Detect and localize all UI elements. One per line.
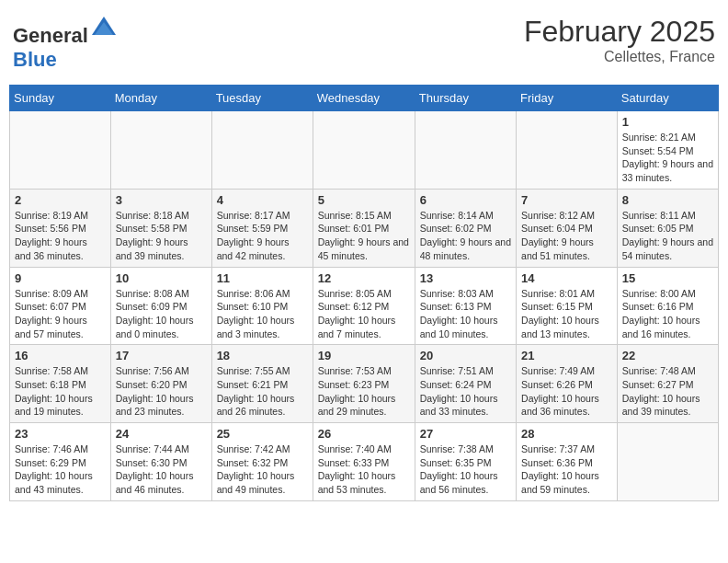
week-row-1: 2Sunrise: 8:19 AM Sunset: 5:56 PM Daylig… (10, 189, 719, 267)
day-number: 23 (15, 427, 106, 441)
calendar-cell: 7Sunrise: 8:12 AM Sunset: 6:04 PM Daylig… (517, 189, 618, 267)
day-info: Sunrise: 8:05 AM Sunset: 6:12 PM Dayligh… (318, 287, 410, 341)
logo-blue: Blue (13, 48, 57, 71)
day-header-tuesday: Tuesday (211, 86, 313, 111)
day-number: 13 (420, 271, 511, 285)
day-number: 24 (116, 427, 207, 441)
day-info: Sunrise: 8:11 AM Sunset: 6:05 PM Dayligh… (622, 209, 713, 263)
day-info: Sunrise: 8:09 AM Sunset: 6:07 PM Dayligh… (15, 287, 106, 341)
day-number: 1 (622, 115, 713, 129)
page-header: General Blue February 2025 Cellettes, Fr… (9, 9, 719, 77)
calendar-cell: 4Sunrise: 8:17 AM Sunset: 5:59 PM Daylig… (211, 189, 313, 267)
day-info: Sunrise: 7:53 AM Sunset: 6:23 PM Dayligh… (318, 364, 410, 419)
day-info: Sunrise: 7:40 AM Sunset: 6:33 PM Dayligh… (318, 442, 410, 497)
day-info: Sunrise: 8:06 AM Sunset: 6:10 PM Dayligh… (217, 287, 308, 341)
day-number: 10 (116, 271, 207, 285)
day-number: 3 (116, 193, 207, 207)
calendar-cell: 25Sunrise: 7:42 AM Sunset: 6:32 PM Dayli… (211, 423, 313, 501)
day-info: Sunrise: 7:38 AM Sunset: 6:35 PM Dayligh… (420, 442, 511, 497)
day-number: 4 (217, 193, 308, 207)
calendar-header-row: SundayMondayTuesdayWednesdayThursdayFrid… (10, 86, 719, 111)
day-number: 15 (622, 271, 713, 285)
calendar-cell: 18Sunrise: 7:55 AM Sunset: 6:21 PM Dayli… (211, 345, 313, 423)
day-info: Sunrise: 7:46 AM Sunset: 6:29 PM Dayligh… (15, 442, 106, 497)
day-header-wednesday: Wednesday (313, 86, 415, 111)
calendar-cell: 14Sunrise: 8:01 AM Sunset: 6:15 PM Dayli… (517, 267, 618, 345)
calendar-cell: 2Sunrise: 8:19 AM Sunset: 5:56 PM Daylig… (10, 189, 111, 267)
day-info: Sunrise: 8:12 AM Sunset: 6:04 PM Dayligh… (521, 209, 612, 263)
location: Cellettes, France (524, 49, 715, 65)
day-info: Sunrise: 7:44 AM Sunset: 6:30 PM Dayligh… (116, 442, 207, 497)
calendar-cell: 21Sunrise: 7:49 AM Sunset: 6:26 PM Dayli… (517, 345, 618, 423)
calendar-cell: 16Sunrise: 7:58 AM Sunset: 6:18 PM Dayli… (10, 345, 111, 423)
day-info: Sunrise: 8:15 AM Sunset: 6:01 PM Dayligh… (318, 209, 410, 263)
calendar-cell: 8Sunrise: 8:11 AM Sunset: 6:05 PM Daylig… (617, 189, 718, 267)
calendar-cell (211, 111, 313, 190)
day-number: 7 (521, 193, 612, 207)
day-number: 18 (217, 349, 308, 362)
day-info: Sunrise: 8:14 AM Sunset: 6:02 PM Dayligh… (420, 209, 511, 263)
calendar-cell (10, 111, 111, 190)
week-row-2: 9Sunrise: 8:09 AM Sunset: 6:07 PM Daylig… (10, 267, 719, 345)
calendar-cell: 15Sunrise: 8:00 AM Sunset: 6:16 PM Dayli… (617, 267, 718, 345)
calendar-table: SundayMondayTuesdayWednesdayThursdayFrid… (9, 85, 719, 501)
calendar-cell: 17Sunrise: 7:56 AM Sunset: 6:20 PM Dayli… (110, 345, 211, 423)
day-number: 25 (217, 427, 308, 441)
day-number: 19 (318, 349, 410, 362)
week-row-3: 16Sunrise: 7:58 AM Sunset: 6:18 PM Dayli… (10, 345, 719, 423)
logo-general: General (13, 24, 88, 47)
day-number: 28 (521, 427, 612, 441)
calendar-cell: 11Sunrise: 8:06 AM Sunset: 6:10 PM Dayli… (211, 267, 313, 345)
day-number: 9 (15, 271, 106, 285)
calendar-cell: 9Sunrise: 8:09 AM Sunset: 6:07 PM Daylig… (10, 267, 111, 345)
day-info: Sunrise: 7:49 AM Sunset: 6:26 PM Dayligh… (521, 364, 612, 419)
calendar-cell (517, 111, 618, 190)
day-info: Sunrise: 7:42 AM Sunset: 6:32 PM Dayligh… (217, 442, 308, 497)
calendar-cell: 23Sunrise: 7:46 AM Sunset: 6:29 PM Dayli… (10, 423, 111, 501)
day-info: Sunrise: 7:58 AM Sunset: 6:18 PM Dayligh… (15, 364, 106, 419)
day-number: 26 (318, 427, 410, 441)
logo-text: General Blue (13, 15, 118, 72)
day-info: Sunrise: 7:55 AM Sunset: 6:21 PM Dayligh… (217, 364, 308, 419)
day-number: 12 (318, 271, 410, 285)
title-area: February 2025 Cellettes, France (524, 15, 715, 65)
calendar-cell: 19Sunrise: 7:53 AM Sunset: 6:23 PM Dayli… (313, 345, 415, 423)
day-header-thursday: Thursday (415, 86, 516, 111)
logo-icon (90, 15, 118, 42)
day-info: Sunrise: 8:21 AM Sunset: 5:54 PM Dayligh… (622, 131, 713, 185)
calendar-cell: 24Sunrise: 7:44 AM Sunset: 6:30 PM Dayli… (110, 423, 211, 501)
day-number: 11 (217, 271, 308, 285)
day-info: Sunrise: 8:00 AM Sunset: 6:16 PM Dayligh… (622, 287, 713, 341)
day-info: Sunrise: 8:03 AM Sunset: 6:13 PM Dayligh… (420, 287, 511, 341)
day-number: 27 (420, 427, 511, 441)
day-info: Sunrise: 8:08 AM Sunset: 6:09 PM Dayligh… (116, 287, 207, 341)
day-number: 8 (622, 193, 713, 207)
calendar-cell (415, 111, 516, 190)
day-number: 2 (15, 193, 106, 207)
calendar-cell: 1Sunrise: 8:21 AM Sunset: 5:54 PM Daylig… (617, 111, 718, 190)
day-info: Sunrise: 8:19 AM Sunset: 5:56 PM Dayligh… (15, 209, 106, 263)
calendar-cell: 28Sunrise: 7:37 AM Sunset: 6:36 PM Dayli… (517, 423, 618, 501)
week-row-0: 1Sunrise: 8:21 AM Sunset: 5:54 PM Daylig… (10, 111, 719, 190)
calendar-cell: 5Sunrise: 8:15 AM Sunset: 6:01 PM Daylig… (313, 189, 415, 267)
day-info: Sunrise: 7:51 AM Sunset: 6:24 PM Dayligh… (420, 364, 511, 419)
day-number: 16 (15, 349, 106, 362)
calendar-cell: 20Sunrise: 7:51 AM Sunset: 6:24 PM Dayli… (415, 345, 516, 423)
week-row-4: 23Sunrise: 7:46 AM Sunset: 6:29 PM Dayli… (10, 423, 719, 501)
calendar-cell: 22Sunrise: 7:48 AM Sunset: 6:27 PM Dayli… (617, 345, 718, 423)
calendar-cell: 10Sunrise: 8:08 AM Sunset: 6:09 PM Dayli… (110, 267, 211, 345)
calendar-cell: 6Sunrise: 8:14 AM Sunset: 6:02 PM Daylig… (415, 189, 516, 267)
day-info: Sunrise: 8:01 AM Sunset: 6:15 PM Dayligh… (521, 287, 612, 341)
calendar-cell: 12Sunrise: 8:05 AM Sunset: 6:12 PM Dayli… (313, 267, 415, 345)
day-info: Sunrise: 8:17 AM Sunset: 5:59 PM Dayligh… (217, 209, 308, 263)
day-info: Sunrise: 8:18 AM Sunset: 5:58 PM Dayligh… (116, 209, 207, 263)
logo: General Blue (13, 15, 118, 72)
day-header-saturday: Saturday (617, 86, 718, 111)
day-number: 6 (420, 193, 511, 207)
calendar-cell: 13Sunrise: 8:03 AM Sunset: 6:13 PM Dayli… (415, 267, 516, 345)
calendar-cell (110, 111, 211, 190)
calendar-cell (313, 111, 415, 190)
calendar-cell (617, 423, 718, 501)
day-number: 20 (420, 349, 511, 362)
day-info: Sunrise: 7:48 AM Sunset: 6:27 PM Dayligh… (622, 364, 713, 419)
